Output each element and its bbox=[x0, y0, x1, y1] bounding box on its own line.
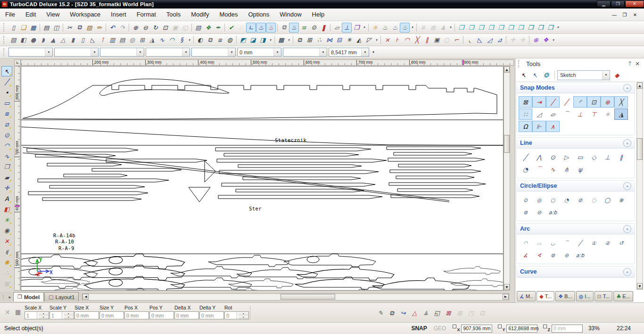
toolbar-button[interactable] bbox=[223, 23, 226, 33]
toolbar-button[interactable] bbox=[415, 23, 418, 33]
tangent-to-line-arc[interactable]: ╱ bbox=[573, 237, 587, 249]
copy[interactable]: ⧉ bbox=[74, 23, 84, 33]
boolean-flyout[interactable]: ▾ bbox=[268, 35, 273, 45]
toolbar-button[interactable] bbox=[379, 35, 382, 45]
tangent-2-entities-circle[interactable]: ⊗ bbox=[614, 194, 628, 206]
toolbar-button[interactable] bbox=[528, 35, 531, 45]
toolbar-button[interactable] bbox=[367, 23, 370, 33]
lock-x-toggle[interactable]: X bbox=[453, 325, 460, 332]
assemble[interactable]: ⊕ bbox=[531, 35, 541, 45]
insert-cylinder[interactable]: ▥ bbox=[107, 35, 117, 45]
snap-divide-horizontal[interactable]: ⊤ bbox=[587, 109, 601, 120]
rotated-rectangle[interactable]: ◇ bbox=[587, 151, 601, 163]
profile-tool[interactable]: ♟ bbox=[438, 23, 448, 33]
concentric-circle[interactable]: ◎ bbox=[532, 194, 546, 206]
toolbar-button[interactable] bbox=[276, 23, 279, 33]
combo-layer[interactable]: ▾ bbox=[54, 48, 99, 57]
chevron-down-icon[interactable]: ▾ bbox=[45, 48, 52, 56]
combo-hatch[interactable]: ▾ bbox=[191, 48, 236, 57]
spinner[interactable]: ▲▼ bbox=[37, 312, 49, 319]
design-director[interactable]: ❖ bbox=[203, 23, 213, 33]
magnetic-point[interactable]: Ω bbox=[519, 121, 532, 132]
geo-indicator[interactable]: GEO bbox=[434, 325, 446, 332]
close-button[interactable]: ✕ bbox=[625, 0, 644, 8]
insert-flyout[interactable]: ▾ bbox=[187, 35, 192, 45]
chevron-down-icon[interactable]: ▾ bbox=[602, 71, 610, 80]
vertical-ruler[interactable]: 800 mm700 mm600 mm500 mm bbox=[14, 66, 20, 291]
menu-item[interactable]: Options bbox=[243, 11, 274, 18]
hatch-tool[interactable]: ⧄ bbox=[1, 119, 12, 130]
palette-tab-measure[interactable]: ∡ M.. bbox=[517, 291, 536, 301]
menu-item[interactable]: Format bbox=[132, 11, 161, 18]
bend-tool[interactable]: ⌐ bbox=[452, 35, 462, 45]
menu-item[interactable]: Workspace bbox=[65, 11, 106, 18]
inspector-input[interactable]: 0 mm ▲▼ bbox=[74, 311, 99, 319]
assemble-flyout[interactable]: ▾ bbox=[551, 35, 556, 45]
toolbar-button[interactable] bbox=[453, 23, 456, 33]
view-left[interactable]: ❒ bbox=[506, 23, 516, 33]
palette-scrollbar[interactable]: ▲ ▼ bbox=[636, 82, 643, 290]
snap-intersection[interactable]: ╳ bbox=[614, 96, 628, 108]
scene-lights[interactable]: ☼ bbox=[370, 23, 380, 33]
toolbar-button[interactable] bbox=[104, 23, 107, 33]
scroll-down-arrow[interactable]: ▼ bbox=[637, 283, 643, 289]
spinner[interactable]: ▲▼ bbox=[237, 312, 249, 319]
inspector-input[interactable]: 1 ▲▼ bbox=[50, 311, 74, 319]
combo-color[interactable]: ▾ bbox=[8, 48, 53, 57]
palette-tab-textures[interactable]: ⊡ T... bbox=[594, 291, 613, 301]
fixed-ratio-arc[interactable]: a:b bbox=[573, 250, 587, 261]
redo[interactable]: ↷ bbox=[117, 23, 127, 33]
inspector-input[interactable]: 0 mm ▲▼ bbox=[99, 311, 124, 319]
pin-icon[interactable]: ⍑ bbox=[626, 61, 634, 67]
section-header[interactable]: Snap Modes « bbox=[517, 83, 635, 93]
chevron-down-icon[interactable]: ▾ bbox=[136, 48, 144, 56]
wireframe-render[interactable]: ♨ bbox=[256, 23, 266, 33]
scroll-left-arrow[interactable]: ◀ bbox=[83, 294, 89, 300]
toolbar-button[interactable] bbox=[127, 23, 131, 33]
toolbar-button[interactable] bbox=[192, 35, 195, 45]
combo-pen-width[interactable]: 0 mm ▾ bbox=[237, 48, 281, 57]
tangent-arc-2[interactable]: ∢ bbox=[532, 250, 546, 261]
crop-box[interactable]: ▣ bbox=[432, 35, 442, 45]
zoom-window[interactable]: ⊡ bbox=[160, 23, 170, 33]
menu-item[interactable]: Modes bbox=[214, 11, 243, 18]
camera-flyout[interactable]: ▾ bbox=[410, 23, 415, 33]
tangent-from-arc[interactable]: ⌒ bbox=[532, 164, 546, 175]
format-painter[interactable]: ✏ bbox=[94, 23, 104, 33]
3d-intersect[interactable]: ⧈ bbox=[215, 35, 225, 45]
handles-tool[interactable]: ⊞ bbox=[1, 278, 12, 289]
snap-toggle-tool[interactable]: ✳ bbox=[1, 215, 12, 225]
arc-1-2-3[interactable]: ① bbox=[587, 237, 601, 249]
insert-pyramid[interactable]: △ bbox=[58, 35, 68, 45]
palette-tab-internet[interactable]: ◍ I... bbox=[576, 291, 594, 301]
camera-view-1[interactable]: ♨ bbox=[380, 23, 390, 33]
mirror-copy[interactable]: ◭ bbox=[354, 35, 364, 45]
coordinate-x-field[interactable]: 907,936 mm bbox=[461, 325, 492, 333]
views-flyout[interactable]: ▾ bbox=[555, 23, 561, 33]
spline-tool[interactable]: ∿ bbox=[1, 151, 12, 161]
3d-subtract[interactable]: ◐ bbox=[195, 35, 205, 45]
chamfer-3[interactable]: ⊿ bbox=[495, 35, 504, 45]
scroll-up-arrow[interactable]: ▲ bbox=[504, 67, 510, 73]
complementary-arc[interactable]: ↺ bbox=[614, 237, 628, 249]
arc-tool[interactable]: ◠ bbox=[1, 141, 12, 151]
snap-grid[interactable]: ∷ bbox=[519, 109, 532, 120]
snap-center-extents[interactable]: ⊡ bbox=[587, 96, 601, 108]
spelling-check[interactable]: ✔ bbox=[226, 23, 236, 33]
pick-point-copy[interactable]: ◸ bbox=[364, 35, 374, 45]
toolbar-button[interactable] bbox=[462, 35, 465, 45]
snap-trace[interactable]: ⊩ bbox=[532, 121, 546, 132]
polygon-center[interactable]: ⊙ bbox=[546, 151, 560, 163]
zoom-in[interactable]: ⊕ bbox=[131, 23, 140, 33]
new[interactable]: ▯ bbox=[8, 23, 18, 33]
handle-mode-1[interactable]: ⊞ bbox=[454, 308, 465, 318]
panel-select[interactable]: ↖ bbox=[518, 70, 529, 80]
array-polar[interactable]: ✳ bbox=[344, 35, 354, 45]
rectangle[interactable]: ▭ bbox=[573, 151, 587, 163]
array-rect-fit[interactable]: ⊟ bbox=[334, 35, 344, 45]
center-radius-circle[interactable]: ⊙ bbox=[519, 194, 532, 206]
pick-tool[interactable]: ◖ bbox=[1, 247, 12, 257]
menu-item[interactable]: Edit bbox=[20, 11, 41, 18]
copy-entities[interactable]: ⧉ bbox=[279, 23, 289, 33]
snap-apparent-intersection[interactable]: ◮ bbox=[614, 109, 628, 120]
